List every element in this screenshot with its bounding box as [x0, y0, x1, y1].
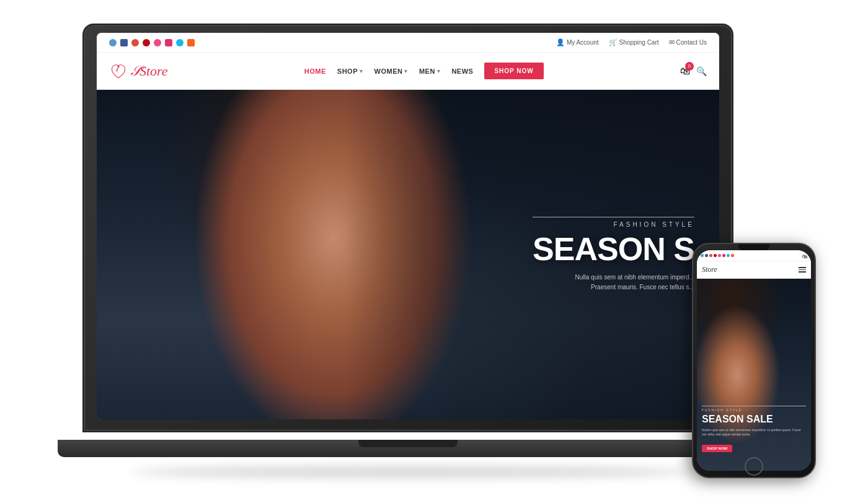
women-chevron: ▾	[404, 68, 408, 74]
phone: 🛍 0 Store	[692, 243, 816, 478]
nav-home[interactable]: HOME	[304, 68, 326, 75]
phone-outer: 🛍 0 Store	[692, 243, 816, 478]
nav-links: HOME SHOP ▾ WOMEN ▾ MEN ▾ NEWS SHOP NOW	[304, 63, 544, 79]
phone-vimeo-icon	[727, 254, 730, 257]
phone-cart-icon: 🛍	[802, 254, 807, 260]
nav-men[interactable]: MEN ▾	[419, 68, 440, 75]
laptop-base	[58, 440, 758, 457]
phone-shop-now-button[interactable]: SHOP NOW	[702, 445, 732, 452]
phone-rss-icon	[731, 254, 734, 257]
nav-right: 🛍 0 🔍	[680, 66, 707, 77]
phone-screen: 🛍 0 Store	[697, 250, 811, 471]
search-button[interactable]: 🔍	[696, 66, 707, 76]
hero-section: FASHION STYLE SEASON S Nulla quis sem at…	[97, 90, 719, 419]
phone-twitter-icon	[701, 254, 704, 257]
contact-label: Contact Us	[676, 39, 707, 46]
phone-topbar-right: 🛍 0	[802, 250, 807, 261]
phone-topbar: 🛍 0	[697, 250, 811, 261]
phone-instagram-icon	[722, 254, 725, 257]
twitter-icon[interactable]	[109, 39, 117, 46]
phone-logo: Store	[702, 265, 717, 274]
dribbble-icon[interactable]	[154, 39, 161, 46]
rss-icon[interactable]	[187, 39, 195, 46]
pinterest-icon[interactable]	[143, 39, 150, 46]
phone-dribbble-icon	[718, 254, 721, 257]
nav-women[interactable]: WOMEN ▾	[374, 68, 408, 75]
logo-svg-icon	[109, 62, 128, 81]
contact-link[interactable]: ✉ Contact Us	[669, 38, 707, 46]
cart-badge: 0	[685, 62, 694, 71]
phone-website: 🛍 0 Store	[697, 250, 811, 471]
account-icon: 👤	[556, 38, 565, 46]
vimeo-icon[interactable]	[176, 39, 184, 46]
phone-hamburger-button[interactable]	[799, 267, 806, 273]
my-account-label: My Account	[567, 39, 599, 46]
facebook-icon[interactable]	[120, 39, 128, 46]
shop-now-button[interactable]: SHOP NOW	[484, 63, 543, 79]
top-links: 👤 My Account 🛒 Shopping Cart ✉ Contact U…	[556, 38, 707, 46]
logo-text: 𝒮Store	[130, 63, 168, 79]
phone-navbar: Store	[697, 261, 811, 279]
phone-cart-wrap[interactable]: 🛍 0	[802, 250, 807, 261]
top-bar: 👤 My Account 🛒 Shopping Cart ✉ Contact U…	[97, 33, 719, 53]
hero-background: FASHION STYLE SEASON S Nulla quis sem at…	[97, 90, 719, 419]
cart-icon: 🛒	[609, 38, 618, 46]
phone-hero-description: Nullam quis sem at nibh elementum imperd…	[702, 428, 806, 437]
laptop-outer: 👤 My Account 🛒 Shopping Cart ✉ Contact U…	[82, 24, 733, 432]
phone-hero-subtitle: FASHION STYLE	[702, 406, 806, 412]
phone-hero-title: SEASON SALE	[702, 414, 806, 425]
phone-hero: FASHION STYLE SEASON SALE Nullam quis se…	[697, 279, 811, 471]
logo[interactable]: 𝒮Store	[109, 62, 168, 81]
phone-cart-badge: 0	[805, 250, 808, 253]
laptop-website: 👤 My Account 🛒 Shopping Cart ✉ Contact U…	[97, 33, 719, 419]
phone-social-icons	[701, 254, 734, 257]
cart-icon-wrap[interactable]: 🛍 0	[680, 66, 690, 77]
phone-notch	[738, 244, 769, 250]
svg-point-0	[118, 66, 120, 68]
navbar: 𝒮Store HOME SHOP ▾ WOMEN ▾ MEN ▾ NEWS SH…	[97, 53, 719, 90]
laptop-screen-bezel: 👤 My Account 🛒 Shopping Cart ✉ Contact U…	[97, 33, 719, 419]
shopping-cart-link[interactable]: 🛒 Shopping Cart	[609, 38, 659, 46]
laptop: 👤 My Account 🛒 Shopping Cart ✉ Contact U…	[82, 24, 733, 457]
contact-icon: ✉	[669, 38, 675, 46]
shop-chevron: ▾	[360, 68, 363, 74]
hero-description: Nulla quis sem at nibh elementum imperd.…	[533, 273, 694, 292]
phone-hero-content: FASHION STYLE SEASON SALE Nullam quis se…	[702, 406, 806, 452]
phone-pinterest-icon	[714, 254, 717, 257]
shopping-cart-label: Shopping Cart	[619, 39, 659, 46]
phone-facebook-icon	[705, 254, 708, 257]
phone-home-button[interactable]	[745, 457, 763, 476]
nav-news[interactable]: NEWS	[451, 68, 473, 75]
men-chevron: ▾	[437, 68, 441, 74]
laptop-shadow	[133, 466, 691, 478]
social-icons-group	[109, 39, 195, 46]
instagram-icon[interactable]	[165, 39, 172, 46]
hero-subtitle: FASHION STYLE	[533, 217, 694, 228]
hero-content: FASHION STYLE SEASON S Nulla quis sem at…	[533, 217, 694, 292]
my-account-link[interactable]: 👤 My Account	[556, 38, 599, 46]
phone-gplus-icon	[709, 254, 712, 257]
scene: 👤 My Account 🛒 Shopping Cart ✉ Contact U…	[0, 0, 868, 498]
googleplus-icon[interactable]	[131, 39, 139, 46]
nav-shop[interactable]: SHOP ▾	[337, 68, 363, 75]
hero-title: SEASON S	[533, 233, 694, 265]
